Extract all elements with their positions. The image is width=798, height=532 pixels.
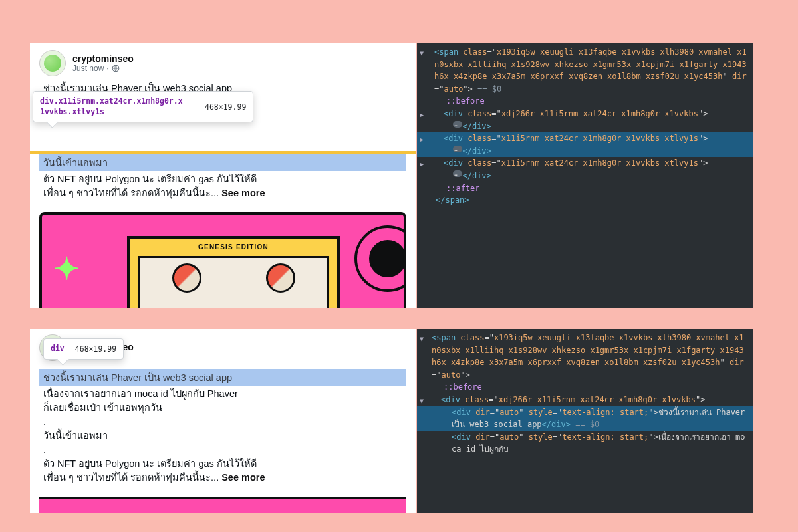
post-header: cryptominseo Just now ·: [39, 50, 406, 82]
highlighted-text-line: วันนี้เข้าแอพมา: [39, 154, 406, 171]
post-line: เนื่องจากเราอยากเอา moca id ไปผูกกับ Pha…: [43, 387, 406, 401]
code-attr-value[interactable]: xdj266r x11i5rnm xat24cr x1mh8g0r x1vvkb…: [499, 395, 696, 404]
element-inspector-tooltip: div.x11i5rnm.xat24cr.x1mh8g0r.x1vvkbs.xt…: [33, 91, 253, 122]
sparkle-icon: ✦: [54, 251, 80, 287]
post-line: วันนี้เข้าแอพมา: [43, 429, 406, 443]
dom-node[interactable]: <div dir="auto" style="text-align: start…: [417, 431, 753, 456]
ball-icon: [172, 263, 201, 293]
genesis-title: GENESIS EDITION: [130, 239, 337, 251]
tooltip-dimensions: 468×19.99: [75, 344, 116, 354]
globe-icon: [112, 65, 120, 72]
selected-node-suffix: == $0: [473, 84, 501, 94]
selected-dom-node[interactable]: <div dir="auto" style="text-align: start…: [417, 406, 753, 431]
ellipsis-icon[interactable]: [453, 146, 462, 152]
post-line: .: [43, 443, 406, 457]
post-line: ก็เลยเชื่อมเป๋า เข้าแอพทุกวัน: [43, 401, 406, 415]
ring-shape: [357, 228, 406, 289]
post-line: เพื่อน ๆ ชาวไทยที่ได้ รอกดห้าทุ่มคืนนี้น…: [43, 186, 406, 200]
post-timestamp: Just now: [72, 64, 104, 73]
facebook-post-panel-bottom: cryptominseo div 468×19.99 ช่วงนี้เรามาเ…: [30, 329, 416, 513]
post-body: ตัว NFT อยู่บน Polygon นะ เตรียมค่า gas …: [39, 171, 406, 200]
see-more-link[interactable]: See more: [221, 472, 265, 483]
post-image[interactable]: ✦ GENESIS EDITION: [39, 212, 406, 308]
avatar[interactable]: [39, 50, 66, 76]
post-line: ตัว NFT อยู่บน Polygon นะ เตรียมค่า gas …: [43, 172, 406, 186]
devtools-panel-bottom[interactable]: ▼<span class="x193iq5w xeuugli x13faqbe …: [417, 329, 753, 513]
post-line: .: [43, 415, 406, 429]
post-body: เนื่องจากเราอยากเอา moca id ไปผูกกับ Pha…: [39, 386, 406, 485]
pseudo-before: ::before: [446, 96, 485, 106]
post-line: เพื่อน ๆ ชาวไทยที่ได้ รอกดห้าทุ่มคืนนี้น…: [43, 471, 406, 485]
ellipsis-icon[interactable]: [453, 170, 462, 177]
post-line: ตัว NFT อยู่บน Polygon นะ เตรียมค่า gas …: [43, 457, 406, 471]
post: cryptominseo Just now · ช่วงนี้เรามาเล่น…: [30, 43, 416, 308]
devtools-panel-top[interactable]: ▼<span class="x193iq5w xeuugli x13faqbe …: [417, 43, 753, 308]
post: cryptominseo div 468×19.99 ช่วงนี้เรามาเ…: [30, 329, 416, 513]
ellipsis-icon[interactable]: [453, 121, 462, 128]
element-inspector-tooltip: div 468×19.99: [43, 338, 124, 360]
post-meta: Just now ·: [72, 64, 134, 73]
facebook-post-panel-top: cryptominseo Just now · ช่วงนี้เรามาเล่น…: [30, 43, 416, 308]
highlight-margin-strip: [30, 151, 416, 154]
highlighted-text-line: ช่วงนี้เรามาเล่น Phaver เป็น web3 social…: [39, 369, 406, 386]
see-more-link[interactable]: See more: [221, 188, 265, 198]
ball-icon: [266, 263, 295, 293]
post-image-strip[interactable]: [39, 497, 406, 513]
code-attr-value[interactable]: x11i5rnm xat24cr x1mh8g0r x1vvkbs xtlvy1…: [501, 158, 698, 168]
post-author[interactable]: cryptominseo: [72, 53, 134, 64]
tooltip-selector: div: [51, 344, 65, 354]
pseudo-before: ::before: [444, 382, 482, 392]
code-attr-value[interactable]: xdj266r x11i5rnm xat24cr x1mh8g0r x1vvkb…: [501, 109, 698, 118]
selected-node-suffix: == $0: [571, 420, 599, 429]
selected-dom-node[interactable]: ▶<div class="x11i5rnm xat24cr x1mh8g0r x…: [417, 132, 753, 157]
pseudo-after: ::after: [446, 184, 480, 193]
tooltip-dimensions: 468×19.99: [205, 102, 246, 112]
genesis-card: GENESIS EDITION: [127, 236, 340, 308]
tooltip-selector: div.x11i5rnm.xat24cr.x1mh8g0r.x1vvkbs.xt…: [40, 96, 186, 117]
